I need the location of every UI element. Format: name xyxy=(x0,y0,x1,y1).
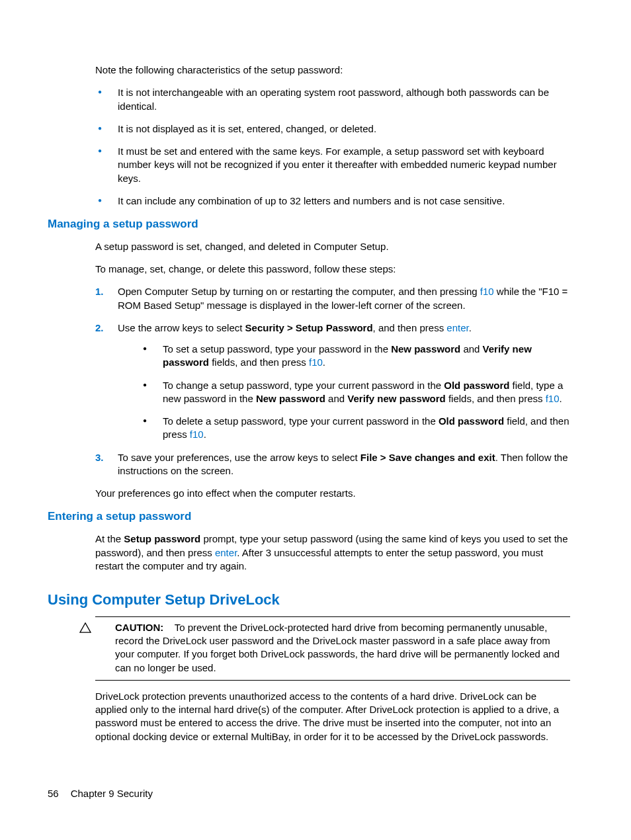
sub-item: To delete a setup password, type your cu… xyxy=(140,415,570,442)
step-item: 2. Use the arrow keys to select Security… xyxy=(95,321,570,442)
steps-list: 1. Open Computer Setup by turning on or … xyxy=(95,285,570,478)
body-text: DriveLock protection prevents unauthoriz… xyxy=(95,690,570,743)
list-item: It is not displayed as it is set, entere… xyxy=(95,122,570,136)
list-item: It can include any combination of up to … xyxy=(95,194,570,208)
key-f10: f10 xyxy=(546,393,560,404)
page-number: 56 xyxy=(48,788,59,799)
page-footer: 56Chapter 9 Security xyxy=(48,787,153,800)
entering-heading: Entering a setup password xyxy=(48,509,570,525)
menu-path: Security > Setup Password xyxy=(245,322,373,333)
page-content: Note the following characteristics of th… xyxy=(0,0,631,743)
key-enter: enter xyxy=(215,547,237,558)
body-text: To manage, set, change, or delete this p… xyxy=(95,263,570,276)
step-item: 3. To save your preferences, use the arr… xyxy=(95,451,570,478)
sub-item: To set a setup password, type your passw… xyxy=(140,343,570,370)
step-number: 3. xyxy=(95,451,104,464)
list-item: It is not interchangeable with an operat… xyxy=(95,86,570,113)
body-text: Your preferences go into effect when the… xyxy=(95,487,570,500)
step-number: 2. xyxy=(95,321,104,335)
drivelock-heading: Using Computer Setup DriveLock xyxy=(48,590,570,610)
list-item: It must be set and entered with the same… xyxy=(95,145,570,185)
characteristics-list: It is not interchangeable with an operat… xyxy=(95,86,570,208)
caution-label: CAUTION: xyxy=(115,622,163,633)
body-text: At the Setup password prompt, type your … xyxy=(95,532,570,573)
managing-heading: Managing a setup password xyxy=(48,217,570,232)
menu-path: File > Save changes and exit xyxy=(360,452,495,463)
step-item: 1. Open Computer Setup by turning on or … xyxy=(95,285,570,312)
sub-steps: To set a setup password, type your passw… xyxy=(140,343,570,442)
sub-item: To change a setup password, type your cu… xyxy=(140,379,570,406)
step-text: Open Computer Setup by turning on or res… xyxy=(118,286,480,297)
caution-icon xyxy=(79,622,91,633)
intro-text: Note the following characteristics of th… xyxy=(95,63,570,77)
caution-text: To prevent the DriveLock-protected hard … xyxy=(115,622,560,673)
key-f10: f10 xyxy=(190,429,204,440)
chapter-label: Chapter 9 Security xyxy=(71,788,153,799)
step-number: 1. xyxy=(95,285,104,298)
step-text: , and then press xyxy=(373,322,447,333)
step-text: . xyxy=(469,322,472,333)
key-f10: f10 xyxy=(480,286,494,297)
caution-box: CAUTION: To prevent the DriveLock-protec… xyxy=(95,616,570,681)
key-enter: enter xyxy=(446,322,468,333)
body-text: A setup password is set, changed, and de… xyxy=(95,240,570,253)
key-f10: f10 xyxy=(309,357,323,368)
step-text: Use the arrow keys to select xyxy=(118,322,245,333)
